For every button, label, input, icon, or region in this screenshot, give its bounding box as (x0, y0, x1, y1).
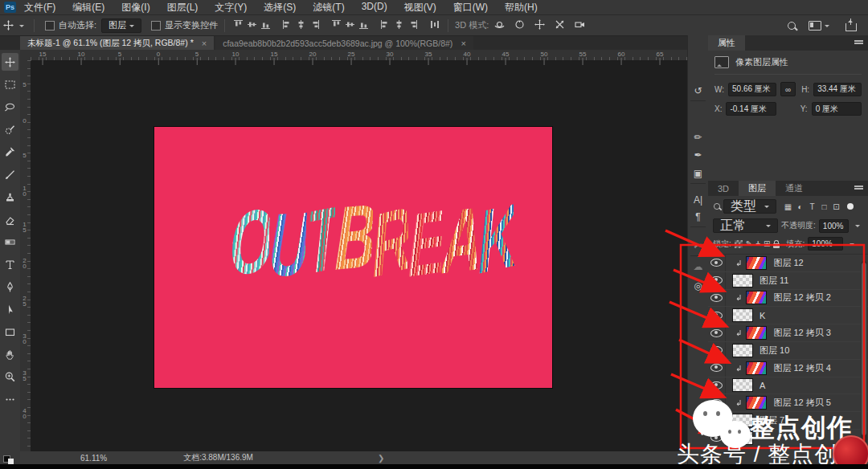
layer-thumbnail[interactable] (732, 378, 753, 392)
pixel-layer-filter-icon[interactable]: ▦ (782, 202, 794, 211)
zoom-level-field[interactable]: 61.11% (80, 454, 107, 463)
layer-thumbnail[interactable] (732, 308, 753, 322)
eye-icon[interactable] (710, 346, 723, 354)
shape-layer-filter-icon[interactable]: □ (818, 202, 830, 211)
layer-thumbnail[interactable] (746, 256, 767, 270)
layer-row[interactable] (708, 430, 868, 447)
clone-source-panel-icon[interactable]: ▣ (688, 168, 708, 179)
brush-tool[interactable] (2, 165, 18, 183)
menu-item-window[interactable]: 窗口(W) (453, 1, 488, 14)
eraser-tool[interactable] (2, 210, 18, 228)
layer-name[interactable]: 图层 12 拷贝 5 (773, 397, 831, 409)
panel-menu-icon[interactable] (854, 40, 863, 42)
move-tool[interactable] (2, 53, 18, 71)
align-right-edges-icon[interactable] (309, 19, 320, 31)
distribute-bottom-edges-icon[interactable] (358, 19, 369, 31)
eye-icon[interactable] (710, 399, 723, 407)
hand-tool[interactable] (2, 345, 18, 363)
height-field[interactable]: 33.44 厘米 (813, 83, 862, 96)
layer-row[interactable]: A (708, 377, 868, 395)
eye-icon[interactable] (710, 276, 723, 284)
opacity-field[interactable]: 100% (819, 219, 849, 233)
layer-name[interactable]: 图层 11 (760, 275, 788, 287)
layer-thumbnail[interactable] (746, 396, 767, 410)
menu-item-select[interactable]: 选择(S) (264, 1, 296, 14)
close-tab-icon[interactable]: × (202, 39, 207, 48)
ruler-corner[interactable] (20, 50, 31, 61)
canvas-area[interactable]: OUTBREAK (31, 60, 687, 451)
visibility-cell[interactable] (708, 377, 726, 394)
eye-icon[interactable] (710, 417, 723, 425)
filter-type-dropdown[interactable]: 类型 (723, 199, 776, 214)
menu-item-type[interactable]: 文字(Y) (215, 1, 247, 14)
chevron-down-icon[interactable] (19, 25, 24, 30)
paragraph-panel-icon[interactable]: ¶ (688, 211, 708, 222)
align-horizontal-centers-icon[interactable] (296, 19, 306, 31)
character-panel-icon[interactable]: A| (688, 194, 708, 206)
panel-menu-icon[interactable] (854, 186, 863, 187)
document-tab[interactable]: cfaa9eab8b0b2b2d593acc5deb3689ac.jpg @ 1… (215, 36, 473, 50)
align-vertical-centers-icon[interactable] (247, 19, 257, 31)
visibility-cell[interactable] (708, 307, 726, 324)
creative-cloud-icon[interactable]: ◎ (688, 280, 708, 292)
lock-all-icon[interactable] (773, 243, 780, 248)
horizontal-ruler[interactable]: 1510505101520253035404550556065 (31, 50, 687, 60)
menu-item-view[interactable]: 视图(V) (404, 1, 436, 14)
eye-icon[interactable] (710, 381, 723, 389)
move-tool-icon[interactable] (0, 18, 16, 34)
x-field[interactable]: -0.14 厘米 (726, 102, 776, 116)
history-panel-icon[interactable]: ↺ (688, 85, 708, 96)
lasso-tool[interactable] (2, 98, 18, 116)
distribute-vertical-centers-icon[interactable] (345, 19, 355, 31)
status-options-chevron[interactable]: ❯ (378, 454, 384, 463)
auto-select-checkbox[interactable] (45, 21, 55, 31)
tool-presets-panel-icon[interactable]: ✂ (688, 240, 708, 251)
eye-icon[interactable] (710, 434, 723, 442)
layer-name[interactable]: 图层 10 (760, 345, 789, 357)
width-field[interactable]: 50.66 厘米 (728, 83, 776, 96)
document-tab[interactable]: 未标题-1 @ 61.1% (图层 12 拷贝, RGB/8#) *× (20, 36, 214, 50)
lock-artboard-icon[interactable]: ⊞ (764, 239, 770, 248)
visibility-cell[interactable] (708, 430, 726, 447)
distribute-horizontal-centers-icon[interactable] (394, 19, 404, 31)
y-field[interactable]: 0 厘米 (812, 102, 862, 116)
orbit-3d-icon[interactable] (493, 18, 506, 32)
smart-object-filter-icon[interactable]: ⊡ (830, 202, 842, 211)
rectangle-shape-tool[interactable] (2, 323, 18, 341)
distribute-left-edges-icon[interactable] (380, 19, 391, 31)
align-top-edges-icon[interactable] (233, 19, 244, 31)
pan-3d-icon[interactable] (534, 18, 546, 32)
menu-item-edit[interactable]: 编辑(E) (72, 1, 104, 14)
layer-row[interactable]: ↳图层 12 拷贝 3 (708, 324, 868, 342)
layer-name[interactable]: 图层 12 拷贝 2 (773, 292, 831, 304)
eye-icon[interactable] (710, 259, 723, 267)
eyedropper-tool[interactable] (2, 143, 18, 161)
layer-thumbnail[interactable] (746, 361, 767, 375)
type-tool[interactable] (2, 255, 18, 273)
clone-stamp-tool[interactable] (2, 188, 18, 206)
eye-icon[interactable] (710, 364, 723, 372)
layer-row[interactable]: K (708, 307, 868, 324)
brush-settings-panel-icon[interactable]: ✏ (688, 132, 708, 143)
rectangular-marquee-tool[interactable] (2, 75, 18, 93)
layer-row[interactable]: ↳图层 12 拷贝 2 (708, 290, 868, 308)
brushes-panel-icon[interactable]: ✒ (688, 149, 708, 161)
libraries-panel-icon[interactable]: ☁ (688, 261, 708, 272)
layer-row[interactable]: ↳图层 12 拷贝 4 (708, 360, 868, 377)
search-icon[interactable] (788, 22, 796, 30)
menu-item-layer[interactable]: 图层(L) (167, 1, 199, 14)
gradient-tool[interactable] (2, 233, 18, 251)
visibility-cell[interactable] (708, 342, 726, 359)
vertical-ruler[interactable]: 5051 01 52 02 53 03 54 0 (20, 60, 31, 451)
lock-position-icon[interactable]: + (755, 239, 760, 248)
layer-row[interactable]: 图层 10 (708, 342, 868, 360)
visibility-cell[interactable] (708, 290, 726, 307)
chevron-down-icon[interactable] (850, 243, 854, 248)
layer-row[interactable]: 图层 11 (708, 272, 868, 290)
filter-toggle-icon[interactable] (847, 203, 854, 210)
layer-row[interactable]: ↳图层 12 (708, 255, 868, 272)
slide-3d-icon[interactable] (554, 18, 566, 32)
roll-3d-icon[interactable] (514, 18, 526, 32)
menu-item-filter[interactable]: 滤镜(T) (313, 1, 344, 14)
menu-item-file[interactable]: 文件(F) (24, 1, 55, 14)
